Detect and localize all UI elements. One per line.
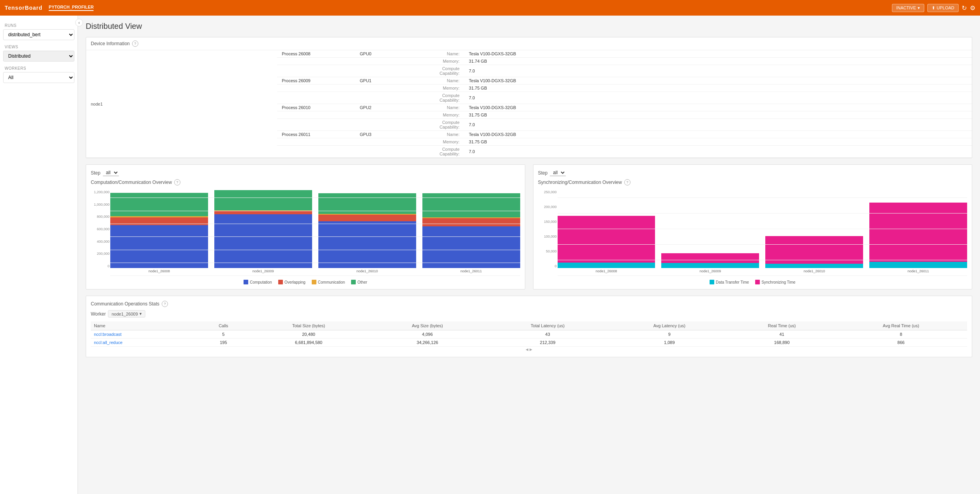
bar-label: node1_26008: [110, 269, 208, 273]
workers-label: Workers: [5, 66, 74, 71]
table-cell: 6,681,894,580: [248, 339, 369, 347]
sync-bar-label: node1_26010: [765, 269, 863, 273]
legend-color: [278, 280, 283, 284]
device-table: node1 Process 26008 GPU0 Name: Tesla V10…: [86, 50, 972, 158]
runs-select[interactable]: distributed_bert: [3, 29, 74, 40]
status-button[interactable]: INACTIVE ▾: [892, 4, 924, 12]
computation-bar-segment: [318, 221, 416, 268]
table-cell: 212,339: [486, 339, 610, 347]
comm-stats-help-icon[interactable]: ?: [162, 301, 168, 307]
stats-column-header: Total Latency (us): [486, 321, 610, 330]
table-row[interactable]: nccl:broadcast520,4804,096439418: [91, 330, 967, 339]
stats-column-header: Avg Real Time (us): [835, 321, 967, 330]
legend-label: Computation: [250, 280, 272, 284]
views-label: Views: [5, 45, 74, 49]
device-info-header: Device Information ?: [86, 37, 972, 50]
legend-item: Overlapping: [278, 280, 305, 284]
sync-chart-help-icon[interactable]: ?: [624, 179, 630, 185]
computation-chart-title: Computation/Communication Overview ?: [91, 179, 520, 185]
legend-color: [755, 280, 760, 284]
y-axis-label: 200,000: [97, 252, 109, 256]
stats-column-header: Avg Size (bytes): [369, 321, 486, 330]
y-axis-label: 0: [554, 264, 556, 268]
stats-header-row: NameCallsTotal Size (bytes)Avg Size (byt…: [91, 321, 967, 330]
grid-line: [558, 275, 968, 276]
views-select[interactable]: Distributed: [3, 51, 74, 62]
sidebar-toggle[interactable]: ‹: [75, 19, 83, 26]
y-axis-label: 200,000: [544, 205, 557, 209]
computation-chart-help-icon[interactable]: ?: [174, 179, 180, 185]
stats-column-header: Avg Latency (us): [610, 321, 729, 330]
y-axis-label: 250,000: [544, 190, 557, 194]
grid-line: [558, 260, 968, 260]
sync-bar-segment: [558, 216, 655, 263]
data-transfer-bar-segment: [558, 263, 655, 268]
grid-line: [110, 263, 520, 263]
sync-bar-group[interactable]: [765, 236, 863, 268]
computation-bar-segment: [214, 214, 312, 268]
sync-bar-segment: [869, 203, 967, 262]
computation-chart-area: 1,200,0001,000,000800,000600,000400,0002…: [91, 190, 520, 276]
sync-bar-label: node1_26011: [869, 269, 967, 273]
computation-bar-segment: [422, 226, 520, 268]
grid-line: [110, 198, 520, 198]
bar-group[interactable]: [422, 193, 520, 268]
table-row[interactable]: nccl:all_reduce1956,681,894,58034,266,12…: [91, 339, 967, 347]
legend-item: Other: [351, 280, 367, 284]
app-layout: ‹ Runs distributed_bert Views Distribute…: [0, 16, 980, 494]
stats-column-header: Total Size (bytes): [248, 321, 369, 330]
chevron-down-icon: ▾: [918, 5, 920, 11]
overlapping-bar-segment: [214, 211, 312, 214]
sync-step-select[interactable]: all: [550, 169, 566, 176]
computation-chart-panel: Step all Computation/Communication Overv…: [86, 164, 525, 289]
bar-group[interactable]: [110, 193, 208, 268]
legend-item: Communication: [312, 280, 345, 284]
y-axis-label: 800,000: [97, 215, 109, 219]
computation-step-row: Step all: [91, 169, 520, 176]
overlapping-bar-segment: [422, 218, 520, 227]
legend-color: [312, 280, 316, 284]
main-content: Distributed View Device Information ? no…: [78, 16, 980, 494]
workers-select[interactable]: All: [3, 72, 74, 83]
y-axis-label: 1,200,000: [94, 190, 109, 194]
table-cell: 9: [610, 330, 729, 339]
device-row: node1 Process 26008 GPU0 Name: Tesla V10…: [86, 50, 972, 58]
data-transfer-bar-segment: [765, 264, 863, 268]
table-cell: 866: [835, 339, 967, 347]
upload-button[interactable]: ⬆ UPLOAD: [927, 4, 959, 12]
refresh-icon[interactable]: ↻: [962, 4, 967, 12]
legend-label: Communication: [318, 280, 345, 284]
overlapping-bar-segment: [318, 215, 416, 221]
table-cell: 43: [486, 330, 610, 339]
sync-bars: [538, 190, 968, 268]
sync-chart-panel: Step all Synchronizing/Communication Ove…: [533, 164, 973, 289]
bar-group[interactable]: [214, 190, 312, 268]
y-axis-label: 150,000: [544, 220, 557, 224]
table-cell: 4,096: [369, 330, 486, 339]
computation-step-select[interactable]: all: [103, 169, 119, 176]
plugin-label: PYTORCH_PROFILER: [49, 5, 94, 11]
legend-color: [710, 280, 714, 284]
sync-bar-label: node1_26009: [661, 269, 759, 273]
settings-icon[interactable]: ⚙: [970, 4, 975, 12]
sync-bar-group[interactable]: [869, 203, 967, 268]
bar-label: node1_26009: [214, 269, 312, 273]
stats-column-header: Calls: [199, 321, 248, 330]
grid-line: [558, 198, 968, 198]
grid-line: [110, 275, 520, 276]
data-transfer-bar-segment: [869, 262, 967, 268]
legend-label: Synchronizing Time: [761, 280, 795, 284]
device-info-help-icon[interactable]: ?: [132, 41, 138, 47]
app-header: TensorBoard PYTORCH_PROFILER INACTIVE ▾ …: [0, 0, 980, 16]
y-axis-label: 100,000: [544, 235, 557, 238]
computation-bar-labels: node1_26008node1_26009node1_26010node1_2…: [91, 268, 520, 273]
sync-bar-segment: [661, 253, 759, 263]
device-info-label: Device Information: [91, 41, 130, 46]
legend-item: Data Transfer Time: [710, 280, 749, 284]
y-axis-label: 50,000: [546, 249, 557, 253]
computation-bars: [91, 190, 520, 268]
bar-group[interactable]: [318, 193, 416, 268]
sync-bar-group[interactable]: [661, 253, 759, 268]
status-label: INACTIVE: [896, 5, 916, 10]
worker-select-badge[interactable]: node1_26009 ▾: [108, 310, 145, 318]
